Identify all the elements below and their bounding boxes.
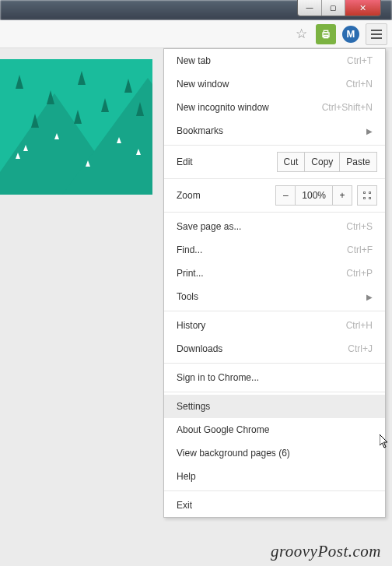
menu-label: Zoom: [177, 190, 201, 201]
menu-history[interactable]: History Ctrl+H: [164, 314, 385, 337]
menu-separator: [164, 311, 385, 311]
window-controls: — ▢ ✕: [297, 0, 381, 16]
close-button[interactable]: ✕: [345, 0, 380, 16]
menu-label: Exit: [177, 500, 192, 511]
menu-about[interactable]: About Google Chrome: [164, 418, 385, 441]
menu-label: Settings: [177, 401, 210, 412]
menu-label: Print...: [177, 268, 204, 279]
menu-label: New incognito window: [177, 102, 269, 113]
fullscreen-button[interactable]: [357, 185, 377, 206]
menu-label: About Google Chrome: [177, 424, 269, 435]
menu-help[interactable]: Help: [164, 465, 385, 488]
zoom-out-button[interactable]: –: [275, 185, 296, 206]
menu-label: New tab: [177, 55, 211, 66]
copy-button[interactable]: Copy: [305, 152, 340, 172]
menu-separator: [164, 145, 385, 146]
menu-shortcut: Ctrl+H: [346, 320, 373, 331]
svg-rect-1: [324, 30, 327, 33]
menu-shortcut: Ctrl+J: [348, 343, 373, 354]
menu-downloads[interactable]: Downloads Ctrl+J: [164, 337, 385, 360]
menu-label: Tools: [177, 291, 198, 302]
paste-button[interactable]: Paste: [340, 152, 377, 172]
watermark: groovyPost.com: [271, 542, 381, 561]
menu-save-page-as[interactable]: Save page as... Ctrl+S: [164, 215, 385, 238]
chrome-menu: New tab Ctrl+T New window Ctrl+N New inc…: [163, 48, 386, 518]
menu-tools[interactable]: Tools ▶: [164, 285, 385, 308]
cut-button[interactable]: Cut: [277, 152, 306, 172]
menu-label: History: [177, 320, 205, 331]
menu-separator: [164, 490, 385, 491]
zoom-value: 100%: [296, 185, 332, 206]
menu-exit[interactable]: Exit: [164, 494, 385, 517]
chevron-right-icon: ▶: [366, 127, 373, 135]
menu-shortcut: Ctrl+S: [346, 221, 373, 232]
menu-label: New window: [177, 79, 229, 90]
chrome-menu-button[interactable]: [366, 23, 387, 45]
star-icon[interactable]: ☆: [291, 24, 311, 44]
menu-print[interactable]: Print... Ctrl+P: [164, 262, 385, 285]
printfriendly-extension-icon[interactable]: [316, 24, 336, 44]
menu-shortcut: Ctrl+Shift+N: [322, 102, 373, 113]
menu-label: View background pages (6): [177, 448, 290, 459]
menu-find[interactable]: Find... Ctrl+F: [164, 238, 385, 262]
menu-separator: [164, 178, 385, 179]
menu-new-incognito[interactable]: New incognito window Ctrl+Shift+N: [164, 96, 385, 119]
menu-separator: [164, 392, 385, 392]
menu-label: Save page as...: [177, 221, 241, 232]
menu-zoom-row: Zoom – 100% +: [164, 181, 385, 209]
m-extension-icon[interactable]: M: [341, 24, 361, 44]
menu-label: Edit: [177, 156, 193, 167]
menu-separator: [164, 212, 385, 213]
menu-new-window[interactable]: New window Ctrl+N: [164, 72, 385, 96]
menu-signin[interactable]: Sign in to Chrome...: [164, 366, 385, 389]
maximize-button[interactable]: ▢: [321, 0, 345, 16]
menu-shortcut: Ctrl+F: [347, 244, 373, 255]
menu-edit-row: Edit Cut Copy Paste: [164, 148, 385, 176]
menu-shortcut: Ctrl+N: [346, 79, 373, 90]
menu-bookmarks[interactable]: Bookmarks ▶: [164, 119, 385, 142]
menu-background-pages[interactable]: View background pages (6): [164, 441, 385, 465]
menu-label: Help: [177, 471, 196, 482]
new-tab-thumbnail[interactable]: [0, 59, 152, 195]
zoom-in-button[interactable]: +: [332, 185, 352, 206]
menu-label: Downloads: [177, 343, 222, 354]
menu-label: Sign in to Chrome...: [177, 372, 259, 383]
menu-new-tab[interactable]: New tab Ctrl+T: [164, 49, 385, 72]
menu-separator: [164, 363, 385, 364]
menu-shortcut: Ctrl+T: [347, 55, 373, 66]
fullscreen-icon: [363, 192, 371, 199]
menu-shortcut: Ctrl+P: [346, 268, 373, 279]
chevron-right-icon: ▶: [366, 293, 373, 301]
menu-label: Bookmarks: [177, 125, 223, 136]
minimize-button[interactable]: —: [298, 0, 321, 16]
menu-label: Find...: [177, 244, 202, 255]
browser-toolbar: ☆ M: [0, 20, 392, 48]
menu-settings[interactable]: Settings: [164, 395, 385, 418]
